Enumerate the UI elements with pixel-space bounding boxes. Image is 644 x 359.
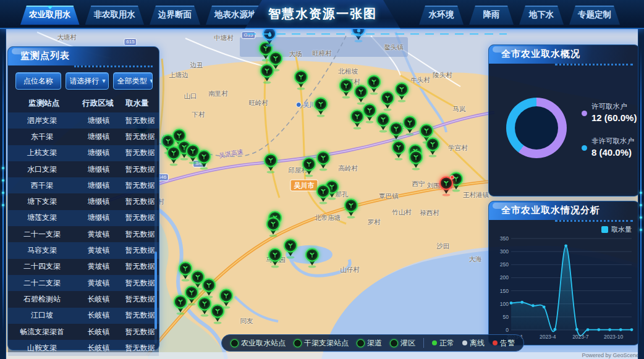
sprout-icon: [222, 292, 230, 299]
table-row[interactable]: 上杭支渠塘缀镇暂无数据: [8, 145, 159, 161]
donut-legend-item: 许可取水户12 (60.0%): [582, 102, 637, 123]
agriculture-intake-station-pin[interactable]: [197, 150, 211, 169]
legend-status-label: 告警: [500, 338, 515, 348]
agriculture-intake-station-pin[interactable]: [266, 217, 280, 236]
tab-边界断面[interactable]: 边界断面: [150, 6, 200, 25]
alarm-station-pin[interactable]: [439, 176, 453, 195]
map-place-label: 旺樟村: [312, 49, 332, 58]
sprout-icon: [412, 153, 420, 161]
map-place-label: 竹山村: [392, 208, 412, 217]
green-pin-icon: [294, 339, 302, 347]
agriculture-intake-station-pin[interactable]: [344, 198, 358, 218]
agriculture-intake-station-pin[interactable]: [363, 103, 376, 122]
tab-农业取用水[interactable]: 农业取用水: [20, 6, 80, 25]
agriculture-intake-station-pin[interactable]: [392, 140, 405, 159]
table-row[interactable]: 畅流支渠渠首长岐镇暂无数据: [8, 324, 159, 340]
agriculture-intake-station-pin[interactable]: [367, 75, 381, 94]
agriculture-intake-station-pin[interactable]: [350, 109, 364, 129]
green-pin-icon: [357, 339, 365, 347]
table-row[interactable]: 二十二支渠黄坡镇暂无数据: [8, 275, 159, 291]
table-scrollbar[interactable]: [155, 138, 157, 344]
tab-专题定制[interactable]: 专题定制: [569, 6, 620, 25]
agriculture-intake-station-pin[interactable]: [389, 122, 403, 141]
svg-text:0: 0: [506, 327, 509, 333]
road-shield: G15: [241, 32, 255, 39]
legend-dot: [582, 111, 587, 116]
agriculture-intake-station-pin[interactable]: [174, 295, 187, 314]
agriculture-intake-station-pin[interactable]: [202, 278, 216, 297]
agriculture-intake-station-pin[interactable]: [381, 91, 394, 110]
sprout-icon: [342, 82, 350, 89]
map-place-label: 北相坡: [338, 67, 358, 76]
table-row[interactable]: 泗岸支渠塘缀镇暂无数据: [8, 112, 159, 129]
agriculture-intake-station-pin[interactable]: [268, 248, 282, 267]
intake-value: 暂无数据: [121, 229, 159, 240]
station-name: 二十四支渠: [8, 261, 76, 272]
agriculture-intake-station-pin[interactable]: [403, 116, 417, 135]
table-row[interactable]: 江口坡长岐镇暂无数据: [8, 308, 159, 324]
region-name: 塘缀镇: [76, 132, 121, 142]
map-place-label: 北帝庙塘: [315, 214, 341, 222]
sprout-icon: [182, 264, 189, 272]
surface-water-station-pin[interactable]: [263, 27, 276, 46]
col-station: 监测站点: [12, 98, 76, 109]
agriculture-intake-station-pin[interactable]: [294, 70, 308, 89]
agriculture-intake-station-pin[interactable]: [198, 297, 211, 316]
agriculture-intake-station-pin[interactable]: [409, 150, 423, 169]
table-row[interactable]: 马容支渠黄坡镇暂无数据: [8, 242, 159, 258]
agriculture-intake-station-pin[interactable]: [395, 82, 409, 101]
station-name: 马容支渠: [8, 245, 76, 256]
agriculture-intake-station-pin[interactable]: [426, 137, 439, 156]
legend-dot: [582, 145, 587, 151]
station-name: 江口坡: [8, 310, 76, 321]
region-name: 塘缀镇: [76, 180, 121, 191]
table-row[interactable]: 二十四支渠黄坡镇暂无数据: [8, 259, 159, 275]
table-row[interactable]: 二十一支渠黄坡镇暂无数据: [8, 226, 159, 242]
agriculture-intake-station-pin[interactable]: [376, 112, 390, 132]
table-row[interactable]: 水口支渠塘缀镇暂无数据: [8, 161, 159, 177]
agriculture-intake-station-pin[interactable]: [305, 248, 319, 267]
line-chart-legend-item[interactable]: 取水量: [601, 225, 632, 234]
table-row[interactable]: 东干渠塘缀镇暂无数据: [8, 129, 159, 145]
agriculture-intake-station-pin[interactable]: [264, 153, 278, 172]
agriculture-intake-station-pin[interactable]: [339, 78, 353, 98]
agriculture-intake-station-pin[interactable]: [167, 146, 180, 165]
intake-overview-panel: 全市农业取水概况 许可取水户12 (60.0%)非许可取水户8 (40.0%): [488, 44, 640, 196]
legend-type-label: 灌区: [400, 338, 415, 348]
tab-地下水[interactable]: 地下水: [519, 6, 564, 25]
donut-chart: [506, 98, 567, 158]
agriculture-intake-station-pin[interactable]: [314, 97, 328, 116]
agriculture-intake-station-pin[interactable]: [284, 239, 297, 258]
line-chart: 0501001502002503003502023-12023-42023-72…: [493, 234, 637, 344]
tab-降雨[interactable]: 降雨: [469, 6, 514, 25]
agriculture-intake-station-pin[interactable]: [302, 157, 316, 176]
intake-analysis-panel: 全市农业取水情况分析 取水量 0501001502002503003502023…: [488, 201, 640, 345]
road-shield: 615: [124, 38, 137, 46]
region-select[interactable]: 请选择行 ▼: [66, 72, 109, 90]
agriculture-intake-station-pin[interactable]: [316, 151, 330, 170]
legend-divider: [423, 338, 424, 348]
table-row[interactable]: 塘下支渠塘缀镇暂无数据: [8, 193, 159, 209]
table-row[interactable]: 塘莲支渠塘缀镇暂无数据: [8, 210, 159, 226]
table-row[interactable]: 西干渠塘缀镇暂无数据: [8, 177, 159, 193]
agriculture-intake-station-pin[interactable]: [260, 64, 274, 83]
sprout-icon: [214, 307, 221, 315]
type-select[interactable]: 全部类型 ▼: [113, 72, 153, 90]
agriculture-intake-station-pin[interactable]: [219, 289, 233, 308]
table-row[interactable]: 石碧检测站长岐镇暂无数据: [8, 291, 159, 307]
tab-水环境[interactable]: 水环境: [419, 6, 464, 25]
agriculture-intake-station-pin[interactable]: [179, 261, 192, 281]
point-name-button[interactable]: 点位名称: [15, 72, 61, 90]
sprout-icon: [320, 187, 327, 195]
tab-非农取用水[interactable]: 非农取用水: [85, 6, 145, 25]
station-name: 二十二支渠: [8, 278, 76, 289]
agriculture-intake-station-pin[interactable]: [354, 85, 368, 104]
scrollbar-thumb[interactable]: [155, 251, 157, 329]
agriculture-intake-station-pin[interactable]: [316, 184, 330, 203]
city-label: 吴川市: [290, 180, 318, 192]
region-name: 塘缀镇: [76, 116, 121, 126]
legend-type-label: 农业取水站点: [241, 338, 286, 348]
legend-status-告警: 告警: [493, 338, 515, 348]
legend-swatch: [601, 226, 608, 233]
map-attribution-bar: Powered by GeoScene: [0, 352, 644, 359]
